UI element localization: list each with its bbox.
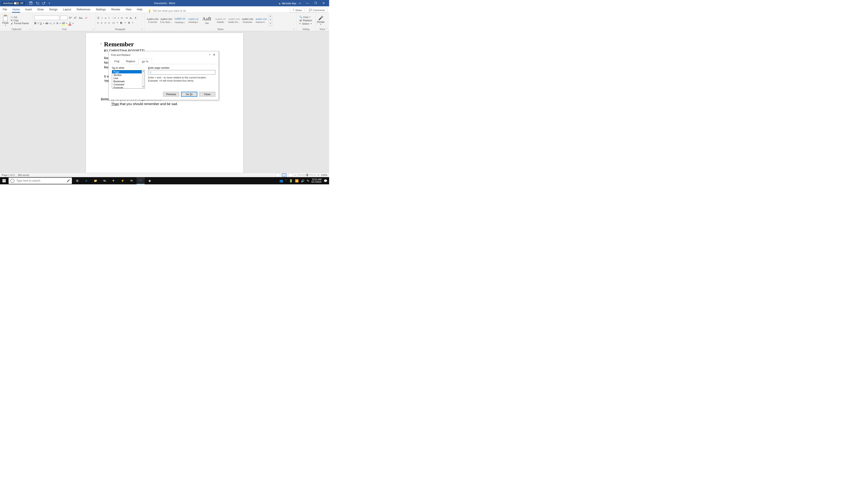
bullets-button[interactable]: ☰ — [97, 17, 99, 20]
file-explorer-icon[interactable]: 📁 — [91, 177, 99, 184]
style-item[interactable]: AaBTitle — [200, 14, 213, 26]
style-item[interactable]: AaBbCcDdEmphasis — [241, 14, 254, 26]
tab-draw[interactable]: Draw — [35, 6, 46, 12]
taskbar-search[interactable]: Type here to search 🎤 — [8, 177, 72, 184]
multilevel-button[interactable]: ⋮≡ — [112, 17, 116, 20]
align-center-button[interactable]: ≡ — [101, 22, 102, 24]
format-painter-button[interactable]: 🖌Format Painter — [11, 22, 29, 25]
align-right-button[interactable]: ≡ — [105, 22, 106, 24]
underline-dropdown-icon[interactable]: ▾ — [43, 22, 44, 24]
tab-help[interactable]: Help — [134, 6, 145, 12]
styles-launcher-icon[interactable]: ↘ — [293, 28, 294, 30]
goto-button[interactable]: Go To — [181, 92, 197, 97]
dialog-help-button[interactable]: ? — [207, 54, 212, 56]
goto-list-item[interactable]: Page — [112, 70, 145, 73]
wifi-icon[interactable]: 📶 — [295, 179, 299, 183]
goto-list-item[interactable]: Bookmark — [112, 80, 145, 83]
line-spacing-button[interactable]: ↕≡ — [112, 22, 115, 24]
dialog-titlebar[interactable]: Find and Replace ? ✕ — [109, 51, 219, 58]
pen-icon[interactable]: ✎ — [307, 179, 309, 183]
page-status[interactable]: Page 1 of 3 — [2, 174, 14, 176]
font-name-input[interactable] — [34, 15, 59, 20]
undo-icon[interactable] — [36, 1, 39, 5]
heading-collapse-icon[interactable]: ◢ — [100, 42, 102, 44]
tab-home[interactable]: Home — [10, 6, 22, 12]
paste-button[interactable]: Paste ▾ — [1, 14, 9, 27]
print-layout-button[interactable] — [282, 173, 286, 177]
italic-button[interactable]: I — [38, 22, 38, 25]
font-size-input[interactable] — [60, 15, 67, 20]
cut-button[interactable]: ✂Cut — [11, 16, 29, 19]
close-button[interactable]: ✕ — [320, 0, 328, 6]
zoom-in-button[interactable]: + — [318, 174, 319, 176]
borders-button[interactable]: ⊞ — [128, 21, 130, 24]
dialog-tab-find[interactable]: Find — [111, 58, 123, 64]
tab-mailings[interactable]: Mailings — [93, 6, 108, 12]
save-icon[interactable] — [29, 1, 33, 5]
change-case-button[interactable]: Aa▾ — [78, 16, 84, 20]
redo-icon[interactable] — [42, 1, 46, 5]
store-icon[interactable]: 🛍 — [100, 177, 108, 184]
zoom-slider[interactable] — [298, 175, 316, 175]
font-color-dropdown-icon[interactable]: ▾ — [72, 22, 73, 24]
replace-button[interactable]: abReplace — [299, 19, 312, 22]
find-button[interactable]: 🔍Find▾ — [299, 15, 312, 19]
start-button[interactable] — [0, 177, 8, 184]
dialog-tab-goto[interactable]: Go To — [138, 59, 152, 64]
numbering-button[interactable]: ≡ — [105, 17, 106, 20]
previous-button[interactable]: Previous — [163, 92, 179, 97]
autosave-toggle[interactable]: AutoSave Off — [1, 2, 25, 5]
shrink-font-button[interactable]: A▾ — [73, 16, 77, 20]
task-view-button[interactable]: ⊞ — [73, 177, 81, 184]
select-button[interactable]: ↖Select▾ — [299, 22, 312, 25]
shading-dropdown-icon[interactable]: ▾ — [125, 22, 126, 24]
highlight-button[interactable]: ab — [62, 22, 65, 25]
sort-button[interactable]: A↓ — [130, 17, 133, 20]
line-spacing-dropdown-icon[interactable]: ▾ — [117, 22, 118, 24]
chrome-icon[interactable]: ◉ — [146, 177, 154, 184]
align-left-button[interactable]: ≡ — [97, 22, 98, 24]
volume-icon[interactable]: 🔊 — [301, 179, 305, 183]
scroll-down-icon[interactable]: ▾ — [142, 86, 145, 88]
strikethrough-button[interactable]: ab — [45, 22, 49, 25]
grow-font-button[interactable]: A▴ — [68, 15, 72, 20]
people-icon[interactable]: 👥 — [279, 179, 283, 183]
bullets-dropdown-icon[interactable]: ▾ — [102, 17, 103, 19]
close-dialog-button[interactable]: Close — [199, 92, 215, 97]
clock[interactable]: 10:51 AM 5/17/2019 — [311, 178, 322, 183]
goto-list-item[interactable]: Line — [112, 76, 145, 80]
comments-button[interactable]: 💬Comments — [306, 8, 327, 12]
tab-file[interactable]: File — [0, 6, 10, 12]
tell-me-search[interactable]: 💡 Tell me what you want to do — [148, 9, 186, 12]
clipboard-launcher-icon[interactable]: ↘ — [29, 28, 31, 30]
style-item[interactable]: AaBbCcDHeading 1 — [173, 14, 186, 26]
share-button[interactable]: ⇪Share — [290, 8, 304, 12]
mail-icon[interactable]: ✉ — [127, 177, 135, 184]
clear-formatting-button[interactable]: A⁄ — [84, 16, 88, 20]
shading-button[interactable]: ◧ — [120, 21, 123, 24]
style-item[interactable]: AaBbCcDHeading 2 — [187, 14, 200, 26]
goto-list-item[interactable]: Footnote — [112, 86, 145, 89]
maximize-button[interactable]: ❐ — [311, 0, 320, 6]
tray-chevron-icon[interactable]: ˄ — [285, 179, 287, 183]
subscript-button[interactable]: x2 — [50, 22, 52, 25]
tab-references[interactable]: References — [74, 6, 93, 12]
zoom-level[interactable]: 100% — [321, 174, 327, 176]
minimize-button[interactable]: — — [303, 0, 311, 6]
highlight-dropdown-icon[interactable]: ▾ — [66, 22, 67, 24]
numbering-dropdown-icon[interactable]: ▾ — [108, 17, 110, 19]
word-count[interactable]: 356 words — [18, 174, 29, 176]
tab-view[interactable]: View — [123, 6, 134, 12]
underline-button[interactable]: U — [40, 22, 42, 25]
style-item[interactable]: AaBbCcDd¶ Normal — [146, 14, 159, 26]
word-taskbar-icon[interactable]: W — [136, 177, 145, 184]
account-warning[interactable]: ▲Michelle Rae — [278, 2, 296, 5]
decrease-indent-button[interactable]: ⇤ — [121, 17, 123, 20]
justify-button[interactable]: ≡ — [108, 22, 110, 24]
style-item[interactable]: AaBbCcDSubtitle — [214, 14, 227, 26]
tab-review[interactable]: Review — [108, 6, 123, 12]
goto-list-item[interactable]: Comment — [112, 83, 145, 86]
dropbox-icon[interactable]: ⸎ — [110, 177, 118, 184]
dialog-tab-replace[interactable]: Replace — [123, 58, 138, 64]
text-effects-dropdown-icon[interactable]: ▾ — [60, 22, 61, 24]
